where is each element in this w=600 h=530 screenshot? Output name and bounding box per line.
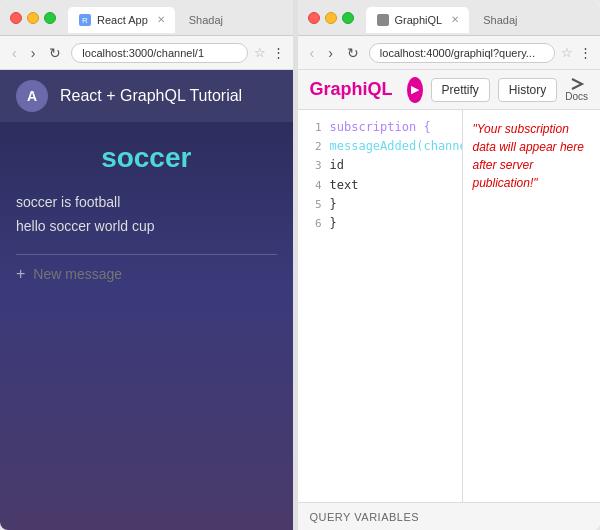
new-message-input[interactable] bbox=[33, 266, 276, 282]
right-tab-extra: Shadaj bbox=[475, 10, 525, 30]
refresh-button[interactable]: ↻ bbox=[45, 43, 65, 63]
right-tab-close[interactable]: ✕ bbox=[451, 14, 459, 25]
code-content: subscription { bbox=[330, 118, 431, 137]
traffic-lights bbox=[10, 12, 56, 24]
right-back-button[interactable]: ‹ bbox=[306, 43, 319, 63]
result-text: "Your subscription data will appear here… bbox=[473, 120, 590, 192]
app-content: soccer soccer is football hello soccer w… bbox=[0, 122, 293, 530]
menu-icon[interactable]: ⋮ bbox=[272, 45, 285, 60]
code-content: text bbox=[330, 176, 359, 195]
code-line-5: 5 } bbox=[298, 195, 462, 214]
right-menu-icon[interactable]: ⋮ bbox=[579, 45, 592, 60]
list-item: hello soccer world cup bbox=[16, 214, 277, 238]
left-tab-close[interactable]: ✕ bbox=[157, 14, 165, 25]
right-tab[interactable]: GraphiQL ✕ bbox=[366, 7, 470, 33]
svg-rect-2 bbox=[377, 14, 389, 26]
query-editor[interactable]: 1 subscription { 2 messageAdded(channe 3… bbox=[298, 110, 463, 502]
new-message-area: + bbox=[16, 254, 277, 283]
query-variables-label: QUERY VARIABLES bbox=[310, 511, 420, 523]
docs-arrow-icon bbox=[568, 77, 586, 91]
line-number: 5 bbox=[302, 196, 322, 214]
minimize-button[interactable] bbox=[27, 12, 39, 24]
code-content: } bbox=[330, 214, 337, 233]
back-button[interactable]: ‹ bbox=[8, 43, 21, 63]
graphiql-toolbar: GraphiQL ▶ Prettify History Docs bbox=[298, 70, 600, 110]
code-content: } bbox=[330, 195, 337, 214]
right-forward-button[interactable]: › bbox=[324, 43, 337, 63]
forward-button[interactable]: › bbox=[27, 43, 40, 63]
left-address-bar: ‹ › ↻ ☆ ⋮ bbox=[0, 36, 293, 70]
close-button[interactable] bbox=[10, 12, 22, 24]
line-number: 2 bbox=[302, 138, 322, 156]
prettify-button[interactable]: Prettify bbox=[431, 78, 490, 102]
graphiql-page-icon bbox=[376, 13, 390, 27]
run-button[interactable]: ▶ bbox=[407, 77, 423, 103]
docs-button[interactable]: Docs bbox=[565, 77, 588, 102]
list-item: soccer is football bbox=[16, 190, 277, 214]
code-line-2: 2 messageAdded(channe bbox=[298, 137, 462, 156]
line-number: 6 bbox=[302, 215, 322, 233]
code-line-1: 1 subscription { bbox=[298, 118, 462, 137]
graphiql-body: 1 subscription { 2 messageAdded(channe 3… bbox=[298, 110, 600, 502]
url-input[interactable] bbox=[71, 43, 247, 63]
bookmark-icon[interactable]: ☆ bbox=[254, 45, 266, 60]
docs-label: Docs bbox=[565, 91, 588, 102]
code-content: id bbox=[330, 156, 344, 175]
graphiql-title: GraphiQL bbox=[310, 79, 393, 100]
plus-icon: + bbox=[16, 265, 25, 283]
avatar: A bbox=[16, 80, 48, 112]
line-number: 4 bbox=[302, 177, 322, 195]
code-content: messageAdded(channe bbox=[330, 137, 463, 156]
app-title: React + GraphQL Tutorial bbox=[60, 87, 242, 105]
code-line-3: 3 id bbox=[298, 156, 462, 175]
right-title-bar: GraphiQL ✕ Shadaj bbox=[298, 0, 600, 36]
line-number: 3 bbox=[302, 157, 322, 175]
right-traffic-lights bbox=[308, 12, 354, 24]
right-browser-window: GraphiQL ✕ Shadaj ‹ › ↻ ☆ ⋮ GraphiQL ▶ P… bbox=[298, 0, 600, 530]
line-number: 1 bbox=[302, 119, 322, 137]
left-tab-label: React App bbox=[97, 14, 148, 26]
maximize-button[interactable] bbox=[44, 12, 56, 24]
left-browser-window: R React App ✕ Shadaj ‹ › ↻ ☆ ⋮ A React +… bbox=[0, 0, 293, 530]
right-minimize-button[interactable] bbox=[325, 12, 337, 24]
right-tab-label: GraphiQL bbox=[395, 14, 443, 26]
right-url-input[interactable] bbox=[369, 43, 555, 63]
right-bookmark-icon[interactable]: ☆ bbox=[561, 45, 573, 60]
channel-name: soccer bbox=[16, 142, 277, 174]
right-address-bar: ‹ › ↻ ☆ ⋮ bbox=[298, 36, 600, 70]
left-title-bar: R React App ✕ Shadaj bbox=[0, 0, 293, 36]
result-panel: "Your subscription data will appear here… bbox=[463, 110, 600, 502]
query-variables-bar[interactable]: QUERY VARIABLES bbox=[298, 502, 600, 530]
window-separator bbox=[293, 0, 298, 530]
right-close-button[interactable] bbox=[308, 12, 320, 24]
right-refresh-button[interactable]: ↻ bbox=[343, 43, 363, 63]
page-icon: R bbox=[78, 13, 92, 27]
code-line-4: 4 text bbox=[298, 176, 462, 195]
svg-text:R: R bbox=[82, 16, 88, 25]
right-maximize-button[interactable] bbox=[342, 12, 354, 24]
history-button[interactable]: History bbox=[498, 78, 557, 102]
play-icon: ▶ bbox=[411, 83, 419, 96]
code-line-6: 6 } bbox=[298, 214, 462, 233]
left-tab[interactable]: R React App ✕ bbox=[68, 7, 175, 33]
app-header: A React + GraphQL Tutorial bbox=[0, 70, 293, 122]
left-tab-extra: Shadaj bbox=[181, 10, 231, 30]
